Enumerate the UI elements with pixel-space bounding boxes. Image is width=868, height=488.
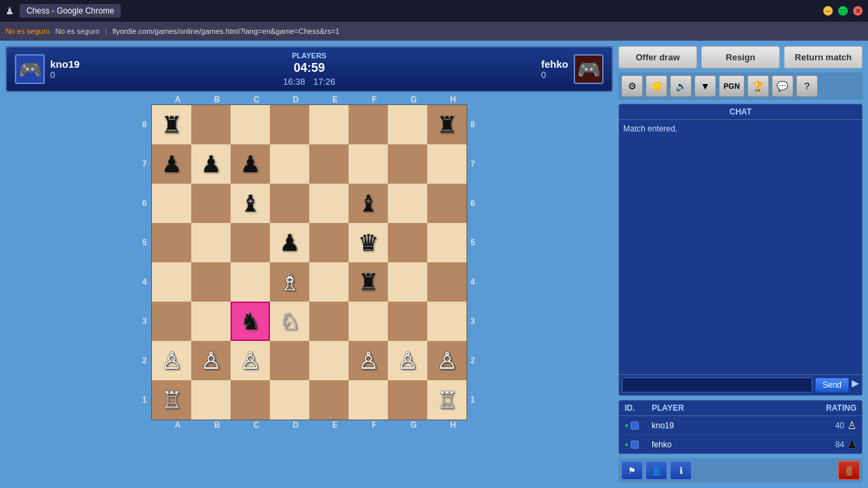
board-cell[interactable]: [152, 302, 191, 341]
offer-draw-button[interactable]: Offer draw: [618, 46, 697, 68]
board-cell[interactable]: ♙: [231, 341, 270, 380]
board-cell[interactable]: [309, 380, 349, 420]
board-cell[interactable]: [152, 223, 191, 262]
piece-bP[interactable]: ♟: [279, 231, 300, 254]
piece-bR[interactable]: ♜: [437, 113, 457, 136]
piece-wP[interactable]: ♙: [437, 349, 457, 372]
board-cell[interactable]: [349, 380, 388, 420]
piece-wB[interactable]: ♗: [279, 270, 300, 293]
board-cell[interactable]: ♟: [191, 144, 231, 184]
piece-wR[interactable]: ♖: [437, 388, 457, 411]
piece-wN[interactable]: ♘: [279, 310, 300, 333]
board-cell[interactable]: [388, 184, 427, 223]
piece-wP[interactable]: ♙: [240, 349, 260, 372]
send-button[interactable]: Send: [815, 378, 849, 392]
profile-button[interactable]: 👤: [646, 461, 667, 480]
close-button[interactable]: ✕: [853, 6, 863, 16]
board-cell[interactable]: [191, 380, 231, 420]
piece-bP[interactable]: ♟: [161, 152, 182, 176]
board-cell[interactable]: ♛: [349, 223, 388, 262]
board-cell[interactable]: [152, 184, 191, 223]
minimize-button[interactable]: ─: [823, 6, 833, 16]
board-cell[interactable]: [349, 302, 388, 341]
piece-wP[interactable]: ♙: [161, 349, 182, 372]
board-cell[interactable]: [191, 223, 231, 262]
board-cell[interactable]: [388, 262, 427, 302]
board-cell[interactable]: [309, 223, 349, 262]
board-cell[interactable]: [270, 144, 309, 184]
board-cell[interactable]: [309, 302, 349, 341]
window-controls[interactable]: ─ □ ✕: [823, 6, 863, 16]
url-text[interactable]: flyordie.com/games/online/games.html?lan…: [113, 27, 863, 35]
dropdown-button[interactable]: ▼: [694, 75, 716, 97]
piece-bB[interactable]: ♝: [240, 192, 260, 215]
board-cell[interactable]: ♜: [427, 105, 467, 144]
board-cell[interactable]: [231, 380, 270, 420]
board-cell[interactable]: [270, 380, 309, 420]
board-cell[interactable]: ♝: [231, 184, 270, 223]
board-cell[interactable]: ♖: [427, 380, 467, 420]
piece-bQ[interactable]: ♛: [358, 231, 378, 254]
board-cell[interactable]: [427, 184, 467, 223]
board-cell[interactable]: [270, 341, 309, 380]
board-cell[interactable]: [270, 105, 309, 144]
board-cell[interactable]: [427, 262, 467, 302]
send-arrow-icon[interactable]: ▶: [852, 378, 859, 392]
piece-wR[interactable]: ♖: [161, 388, 182, 411]
chess-board[interactable]: ♜♜♟♟♟♝♝♟♛♗♜♞♘♙♙♙♙♙♙♖♖: [151, 104, 467, 420]
board-cell[interactable]: ♞: [231, 302, 270, 341]
help-button[interactable]: ?: [796, 75, 818, 97]
board-cell[interactable]: [191, 105, 231, 144]
board-cell[interactable]: [270, 184, 309, 223]
sound-button[interactable]: 🔊: [670, 75, 692, 97]
piece-bR[interactable]: ♜: [161, 113, 182, 136]
board-cell[interactable]: [191, 184, 231, 223]
maximize-button[interactable]: □: [838, 6, 848, 16]
board-cell[interactable]: [427, 302, 467, 341]
board-cell[interactable]: [152, 262, 191, 302]
board-cell[interactable]: [231, 262, 270, 302]
board-cell[interactable]: ♗: [270, 262, 309, 302]
board-cell[interactable]: [309, 105, 349, 144]
board-cell[interactable]: [349, 144, 388, 184]
board-cell[interactable]: ♙: [349, 341, 388, 380]
board-cell[interactable]: ♙: [191, 341, 231, 380]
coin-button[interactable]: 🪙: [646, 75, 667, 97]
piece-wP[interactable]: ♙: [397, 349, 418, 372]
board-cell[interactable]: ♜: [152, 105, 191, 144]
board-cell[interactable]: [309, 184, 349, 223]
settings-button[interactable]: ⚙: [621, 75, 643, 97]
chat-button[interactable]: 💬: [772, 75, 793, 97]
board-cell[interactable]: [388, 223, 427, 262]
board-cell[interactable]: [309, 341, 349, 380]
board-cell[interactable]: ♙: [427, 341, 467, 380]
board-cell[interactable]: [191, 262, 231, 302]
board-cell[interactable]: [388, 144, 427, 184]
board-cell[interactable]: [309, 262, 349, 302]
exit-button[interactable]: 🚪: [838, 461, 860, 480]
resign-button[interactable]: Resign: [701, 46, 780, 68]
piece-wP[interactable]: ♙: [201, 349, 221, 372]
pgn-button[interactable]: PGN: [719, 75, 745, 97]
board-cell[interactable]: [191, 302, 231, 341]
piece-bB[interactable]: ♝: [358, 192, 378, 215]
board-cell[interactable]: [427, 144, 467, 184]
return-match-button[interactable]: Return match: [784, 46, 863, 68]
board-cell[interactable]: ♙: [388, 341, 427, 380]
trophy-button[interactable]: 🏆: [747, 75, 769, 97]
board-cell[interactable]: ♙: [152, 341, 191, 380]
board-cell[interactable]: ♟: [152, 144, 191, 184]
piece-bN[interactable]: ♞: [240, 310, 260, 333]
board-cell[interactable]: ♝: [349, 184, 388, 223]
board-cell[interactable]: [231, 223, 270, 262]
board-cell[interactable]: ♜: [349, 262, 388, 302]
flag-button[interactable]: ⚑: [621, 461, 643, 480]
piece-wP[interactable]: ♙: [358, 349, 378, 372]
info-button[interactable]: ℹ: [670, 461, 692, 480]
board-cell[interactable]: ♟: [231, 144, 270, 184]
board-cell[interactable]: [388, 302, 427, 341]
board-cell[interactable]: ♟: [270, 223, 309, 262]
board-cell[interactable]: [349, 105, 388, 144]
board-cell[interactable]: ♖: [152, 380, 191, 420]
piece-bP[interactable]: ♟: [240, 152, 260, 176]
